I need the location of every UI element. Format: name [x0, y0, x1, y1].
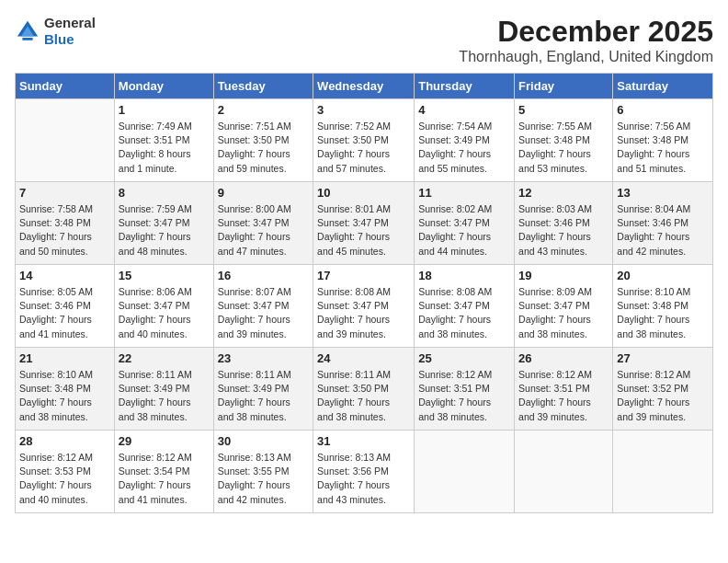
day-info: Sunrise: 8:10 AMSunset: 3:48 PMDaylight:… [19, 368, 110, 424]
day-number: 8 [119, 186, 210, 200]
day-info: Sunrise: 7:54 AMSunset: 3:49 PMDaylight:… [418, 120, 510, 176]
day-info: Sunrise: 8:06 AMSunset: 3:47 PMDaylight:… [119, 285, 210, 341]
day-number: 10 [317, 186, 410, 200]
calendar-cell: 16Sunrise: 8:07 AMSunset: 3:47 PMDayligh… [213, 265, 313, 348]
calendar-cell: 6Sunrise: 7:56 AMSunset: 3:48 PMDaylight… [613, 99, 713, 182]
calendar-cell: 8Sunrise: 7:59 AMSunset: 3:47 PMDaylight… [114, 182, 213, 265]
calendar-week-row: 1Sunrise: 7:49 AMSunset: 3:51 PMDaylight… [16, 99, 713, 182]
day-info: Sunrise: 7:55 AMSunset: 3:48 PMDaylight:… [518, 120, 609, 176]
day-number: 25 [418, 351, 510, 365]
day-number: 6 [617, 103, 709, 117]
header: General Blue December 2025 Thornhaugh, E… [15, 15, 713, 65]
day-number: 18 [418, 269, 510, 282]
calendar-cell: 15Sunrise: 8:06 AMSunset: 3:47 PMDayligh… [114, 265, 213, 348]
day-info: Sunrise: 8:08 AMSunset: 3:47 PMDaylight:… [418, 285, 510, 341]
calendar-cell [515, 431, 613, 513]
day-info: Sunrise: 8:11 AMSunset: 3:49 PMDaylight:… [218, 368, 309, 424]
day-info: Sunrise: 8:01 AMSunset: 3:47 PMDaylight:… [317, 202, 410, 259]
day-info: Sunrise: 8:12 AMSunset: 3:54 PMDaylight:… [119, 451, 210, 507]
calendar-week-row: 7Sunrise: 7:58 AMSunset: 3:48 PMDaylight… [16, 182, 713, 265]
col-header-friday: Friday [515, 74, 613, 99]
day-info: Sunrise: 8:08 AMSunset: 3:47 PMDaylight:… [317, 285, 410, 341]
calendar-cell: 29Sunrise: 8:12 AMSunset: 3:54 PMDayligh… [114, 431, 213, 513]
day-info: Sunrise: 8:12 AMSunset: 3:51 PMDaylight:… [418, 368, 510, 424]
calendar-cell: 19Sunrise: 8:09 AMSunset: 3:47 PMDayligh… [515, 265, 613, 348]
day-info: Sunrise: 7:56 AMSunset: 3:48 PMDaylight:… [617, 120, 709, 176]
day-number: 20 [617, 269, 709, 282]
day-number: 31 [317, 434, 410, 448]
day-info: Sunrise: 8:10 AMSunset: 3:48 PMDaylight:… [617, 285, 709, 341]
calendar-cell: 9Sunrise: 8:00 AMSunset: 3:47 PMDaylight… [213, 182, 313, 265]
calendar-cell: 20Sunrise: 8:10 AMSunset: 3:48 PMDayligh… [613, 265, 713, 348]
calendar-cell: 26Sunrise: 8:12 AMSunset: 3:51 PMDayligh… [515, 348, 613, 431]
day-info: Sunrise: 8:12 AMSunset: 3:51 PMDaylight:… [518, 368, 609, 424]
svg-rect-2 [22, 38, 32, 40]
day-number: 19 [518, 269, 609, 282]
day-info: Sunrise: 8:12 AMSunset: 3:52 PMDaylight:… [617, 368, 709, 424]
calendar-cell: 10Sunrise: 8:01 AMSunset: 3:47 PMDayligh… [313, 182, 415, 265]
logo: General Blue [15, 15, 96, 48]
col-header-tuesday: Tuesday [213, 74, 313, 99]
logo-icon [15, 18, 40, 44]
day-info: Sunrise: 7:49 AMSunset: 3:51 PMDaylight:… [119, 120, 210, 176]
calendar-cell: 4Sunrise: 7:54 AMSunset: 3:49 PMDaylight… [415, 99, 515, 182]
calendar-cell: 7Sunrise: 7:58 AMSunset: 3:48 PMDaylight… [16, 182, 115, 265]
day-number: 28 [19, 434, 110, 448]
calendar-cell [16, 99, 115, 182]
calendar-cell: 22Sunrise: 8:11 AMSunset: 3:49 PMDayligh… [114, 348, 213, 431]
day-number: 26 [518, 351, 609, 365]
sub-title: Thornhaugh, England, United Kingdom [459, 49, 713, 65]
main-title: December 2025 [459, 15, 713, 49]
title-area: December 2025 Thornhaugh, England, Unite… [459, 15, 713, 65]
col-header-wednesday: Wednesday [313, 74, 415, 99]
calendar-cell: 5Sunrise: 7:55 AMSunset: 3:48 PMDaylight… [515, 99, 613, 182]
day-info: Sunrise: 7:52 AMSunset: 3:50 PMDaylight:… [317, 120, 410, 176]
calendar-cell: 2Sunrise: 7:51 AMSunset: 3:50 PMDaylight… [213, 99, 313, 182]
day-number: 12 [518, 186, 609, 200]
day-info: Sunrise: 8:13 AMSunset: 3:56 PMDaylight:… [317, 451, 410, 507]
calendar-week-row: 28Sunrise: 8:12 AMSunset: 3:53 PMDayligh… [16, 431, 713, 513]
col-header-saturday: Saturday [613, 74, 713, 99]
day-number: 7 [19, 186, 110, 200]
day-number: 13 [617, 186, 709, 200]
calendar-cell: 14Sunrise: 8:05 AMSunset: 3:46 PMDayligh… [16, 265, 115, 348]
day-info: Sunrise: 8:05 AMSunset: 3:46 PMDaylight:… [19, 285, 110, 341]
day-number: 23 [218, 351, 309, 365]
day-info: Sunrise: 8:09 AMSunset: 3:47 PMDaylight:… [518, 285, 609, 341]
calendar-cell: 31Sunrise: 8:13 AMSunset: 3:56 PMDayligh… [313, 431, 415, 513]
day-info: Sunrise: 7:59 AMSunset: 3:47 PMDaylight:… [119, 202, 210, 259]
calendar-cell: 12Sunrise: 8:03 AMSunset: 3:46 PMDayligh… [515, 182, 613, 265]
calendar-cell: 25Sunrise: 8:12 AMSunset: 3:51 PMDayligh… [415, 348, 515, 431]
day-number: 21 [19, 351, 110, 365]
day-number: 5 [518, 103, 609, 117]
day-number: 4 [418, 103, 510, 117]
calendar-week-row: 14Sunrise: 8:05 AMSunset: 3:46 PMDayligh… [16, 265, 713, 348]
day-info: Sunrise: 8:11 AMSunset: 3:49 PMDaylight:… [119, 368, 210, 424]
calendar-table: SundayMondayTuesdayWednesdayThursdayFrid… [15, 73, 713, 513]
day-number: 27 [617, 351, 709, 365]
calendar-cell [613, 431, 713, 513]
col-header-monday: Monday [114, 74, 213, 99]
calendar-cell: 3Sunrise: 7:52 AMSunset: 3:50 PMDaylight… [313, 99, 415, 182]
day-info: Sunrise: 8:07 AMSunset: 3:47 PMDaylight:… [218, 285, 309, 341]
calendar-cell: 27Sunrise: 8:12 AMSunset: 3:52 PMDayligh… [613, 348, 713, 431]
day-info: Sunrise: 8:03 AMSunset: 3:46 PMDaylight:… [518, 202, 609, 259]
day-number: 9 [218, 186, 309, 200]
day-info: Sunrise: 7:58 AMSunset: 3:48 PMDaylight:… [19, 202, 110, 259]
day-number: 30 [218, 434, 309, 448]
logo-general-text: General Blue [44, 15, 96, 48]
day-number: 15 [119, 269, 210, 282]
calendar-cell: 17Sunrise: 8:08 AMSunset: 3:47 PMDayligh… [313, 265, 415, 348]
calendar-cell: 13Sunrise: 8:04 AMSunset: 3:46 PMDayligh… [613, 182, 713, 265]
calendar-cell: 30Sunrise: 8:13 AMSunset: 3:55 PMDayligh… [213, 431, 313, 513]
day-info: Sunrise: 8:00 AMSunset: 3:47 PMDaylight:… [218, 202, 309, 259]
calendar-cell: 24Sunrise: 8:11 AMSunset: 3:50 PMDayligh… [313, 348, 415, 431]
day-number: 16 [218, 269, 309, 282]
day-number: 1 [119, 103, 210, 117]
calendar-cell: 23Sunrise: 8:11 AMSunset: 3:49 PMDayligh… [213, 348, 313, 431]
day-number: 3 [317, 103, 410, 117]
col-header-sunday: Sunday [16, 74, 115, 99]
day-number: 2 [218, 103, 309, 117]
calendar-cell: 1Sunrise: 7:49 AMSunset: 3:51 PMDaylight… [114, 99, 213, 182]
day-info: Sunrise: 8:12 AMSunset: 3:53 PMDaylight:… [19, 451, 110, 507]
